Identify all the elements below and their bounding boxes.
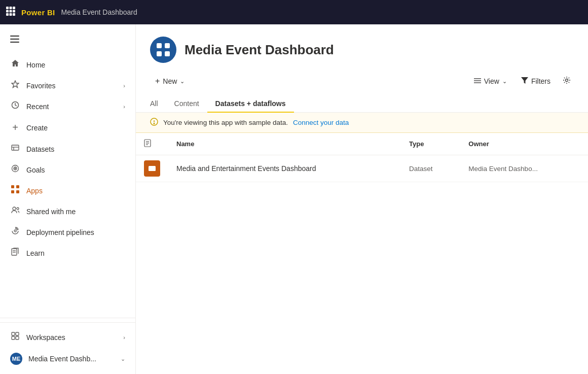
main-title-row: Media Event Dashboard: [150, 37, 574, 63]
workspaces-icon: [10, 332, 20, 343]
filters-button[interactable]: Filters: [516, 74, 556, 88]
filter-icon: [521, 77, 528, 85]
svg-rect-4: [10, 10, 12, 12]
table-row[interactable]: Media and Entertainment Events Dashboard…: [136, 155, 588, 182]
svg-point-26: [14, 230, 16, 232]
col-type-header: Type: [401, 133, 460, 155]
sidebar-item-favorites[interactable]: Favorites ›: [0, 75, 135, 96]
favorites-chevron-icon: ›: [123, 83, 125, 89]
svg-rect-9: [10, 36, 19, 37]
svg-rect-10: [10, 39, 19, 40]
sidebar-item-workspaces-label: Workspaces: [26, 333, 65, 342]
svg-rect-37: [165, 51, 170, 56]
svg-rect-3: [6, 10, 9, 12]
app-avatar: [150, 37, 176, 63]
sidebar-item-learn-label: Learn: [26, 249, 45, 257]
content-area: Name Type Owner: [136, 133, 588, 374]
sidebar-item-media-event[interactable]: ME Media Event Dashb... ⌄: [0, 348, 135, 370]
recent-chevron-icon: ›: [123, 104, 125, 110]
svg-rect-0: [6, 7, 9, 9]
view-button[interactable]: View ⌄: [469, 74, 512, 88]
sidebar-item-apps[interactable]: Apps: [0, 180, 135, 201]
sidebar-item-deployment[interactable]: Deployment pipelines: [0, 222, 135, 243]
svg-rect-11: [10, 42, 19, 43]
row-owner-cell: Media Event Dashbo...: [460, 155, 588, 182]
svg-rect-34: [157, 43, 162, 48]
sidebar-divider: [0, 318, 135, 318]
new-chevron-icon: ⌄: [180, 78, 185, 85]
view-button-label: View: [484, 77, 499, 85]
workspaces-chevron-icon: ›: [123, 334, 125, 341]
sidebar-item-workspaces[interactable]: Workspaces ›: [0, 327, 135, 348]
new-button-label: New: [163, 77, 177, 85]
tabs-row: All Content Datasets + dataflows: [150, 95, 574, 112]
svg-rect-1: [10, 7, 12, 9]
row-icon-cell: [136, 155, 168, 182]
svg-rect-30: [12, 332, 15, 335]
dataset-owner: Media Event Dashbo...: [468, 165, 538, 173]
learn-icon: [10, 248, 20, 258]
sidebar-item-datasets[interactable]: Datasets: [0, 139, 135, 159]
svg-rect-20: [11, 185, 14, 188]
hamburger-icon[interactable]: [0, 29, 135, 50]
home-icon: [10, 59, 20, 70]
settings-button[interactable]: [560, 73, 574, 89]
svg-point-24: [13, 207, 16, 210]
shared-icon: [10, 206, 20, 217]
svg-point-44: [154, 123, 155, 124]
notice-text: You're viewing this app with sample data…: [163, 119, 288, 126]
svg-rect-14: [12, 145, 19, 150]
workspace-avatar: ME: [10, 353, 22, 365]
sidebar-item-learn[interactable]: Learn: [0, 243, 135, 263]
svg-rect-23: [16, 190, 19, 193]
topbar: Power BI Media Event Dashboard: [0, 0, 588, 24]
col-icon: [136, 133, 168, 155]
new-button[interactable]: + New ⌄: [150, 74, 190, 89]
toolbar-left: + New ⌄: [150, 74, 190, 89]
tab-content[interactable]: Content: [166, 95, 207, 113]
toolbar-row: + New ⌄ View ⌄: [150, 73, 574, 95]
topbar-breadcrumb: Media Event Dashboard: [61, 8, 137, 16]
sidebar-item-deployment-label: Deployment pipelines: [26, 228, 94, 236]
main-content: Media Event Dashboard + New ⌄ View: [136, 24, 588, 374]
connect-data-link[interactable]: Connect your data: [293, 119, 349, 126]
col-name-header: Name: [168, 133, 401, 155]
col-owner-header: Owner: [460, 133, 588, 155]
dataset-type: Dataset: [409, 165, 433, 173]
svg-rect-22: [11, 190, 14, 193]
sidebar-item-datasets-label: Datasets: [26, 145, 54, 153]
sidebar-item-home-label: Home: [26, 61, 45, 69]
grid-icon[interactable]: [6, 7, 15, 18]
goals-icon: [10, 164, 20, 175]
sidebar-item-recent[interactable]: Recent ›: [0, 96, 135, 117]
favorites-icon: [10, 80, 20, 91]
toolbar-right: View ⌄ Filters: [469, 73, 574, 89]
table-header-row: Name Type Owner: [136, 133, 588, 155]
svg-rect-36: [157, 51, 162, 56]
sidebar-item-goals-label: Goals: [26, 166, 45, 174]
dataset-name-wrapper: Media and Entertainment Events Dashboard: [176, 164, 393, 173]
sidebar-item-create[interactable]: + Create: [0, 117, 135, 139]
apps-icon: [10, 185, 20, 196]
sidebar: Home Favorites › Recent › +: [0, 24, 136, 374]
create-icon: +: [10, 122, 20, 133]
layout: Home Favorites › Recent › +: [0, 24, 588, 374]
sidebar-item-create-label: Create: [26, 124, 48, 132]
datasets-icon: [10, 144, 20, 154]
sidebar-item-shared-with-me[interactable]: Shared with me: [0, 201, 135, 222]
svg-rect-2: [13, 7, 15, 9]
main-header: Media Event Dashboard + New ⌄ View: [136, 24, 588, 113]
sidebar-item-home[interactable]: Home: [0, 54, 135, 75]
view-chevron-icon: ⌄: [502, 78, 507, 85]
svg-rect-32: [12, 336, 15, 339]
sidebar-item-goals[interactable]: Goals: [0, 159, 135, 180]
plus-icon: +: [155, 77, 160, 86]
notice-banner: You're viewing this app with sample data…: [136, 113, 588, 133]
dataset-name-text: Media and Entertainment Events Dashboard: [176, 164, 316, 173]
sidebar-item-recent-label: Recent: [26, 103, 49, 111]
tab-all[interactable]: All: [150, 95, 166, 113]
svg-rect-21: [16, 185, 19, 188]
tab-datasets-dataflows[interactable]: Datasets + dataflows: [207, 95, 294, 113]
deployment-icon: [10, 227, 20, 237]
row-name-cell: Media and Entertainment Events Dashboard: [168, 155, 401, 182]
